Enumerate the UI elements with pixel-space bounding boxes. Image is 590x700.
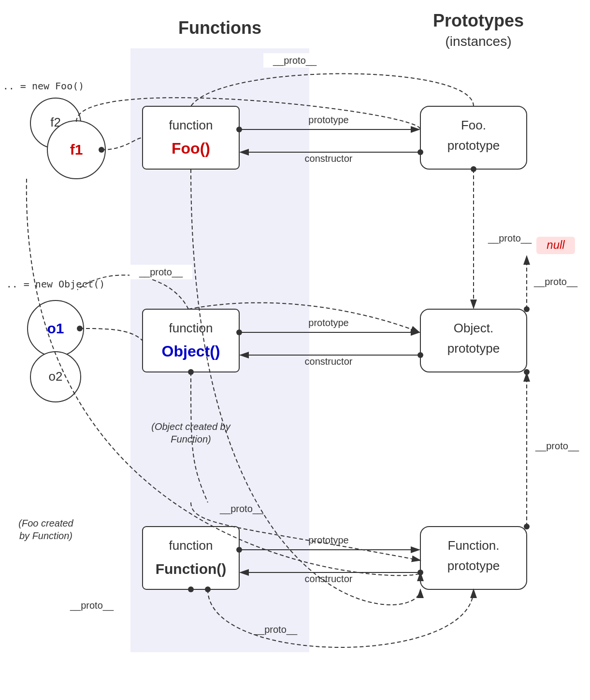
- function-prototype-label1: Function.: [448, 538, 500, 553]
- function-object-label2: Object(): [162, 343, 220, 360]
- function-prototype-label2: prototype: [447, 558, 500, 573]
- instances-subtitle: (instances): [446, 34, 512, 49]
- object-prototype-label1: Object.: [454, 321, 493, 335]
- function-foo-label1: function: [169, 118, 213, 132]
- function-function-box: [143, 527, 239, 589]
- foo-created-annotation1: (Foo created: [18, 518, 73, 529]
- new-foo-annotation: .. = new Foo(): [3, 80, 85, 92]
- proto-bottom-func-label: __proto__: [253, 624, 298, 635]
- func-func-proto-dot: [188, 586, 194, 592]
- constructor-label-obj: constructor: [305, 356, 353, 367]
- new-object-annotation: .. = new Object(): [6, 278, 105, 290]
- prototype-label-foo: prototype: [308, 114, 348, 125]
- function-prototype-box: [420, 527, 527, 589]
- proto-null-label: __proto__: [533, 276, 578, 287]
- function-object-label1: function: [169, 321, 213, 335]
- foo-prototype-label2: prototype: [447, 138, 500, 153]
- function-function-label2: Function(): [156, 561, 227, 577]
- proto-o1-label: __proto__: [139, 267, 183, 278]
- function-foo-label2: Foo(): [172, 140, 210, 157]
- f1-label: f1: [70, 142, 83, 157]
- object-prototype-box: [420, 309, 527, 372]
- function-foo-box: [143, 106, 239, 169]
- proto-bottom-label: __proto__: [70, 600, 114, 611]
- null-label: null: [547, 238, 565, 251]
- object-created-annotation2: Function): [171, 434, 211, 444]
- foo-prototype-label1: Foo.: [461, 118, 486, 132]
- foo-created-annotation2: by Function): [19, 530, 72, 541]
- proto-top-label: __proto__: [273, 55, 317, 66]
- function-function-label1: function: [169, 538, 213, 553]
- function-object-box: [143, 309, 239, 372]
- constructor-label-foo: constructor: [305, 153, 353, 164]
- prototypes-title: Prototypes: [433, 11, 524, 30]
- functions-title: Functions: [178, 18, 261, 38]
- object-prototype-label2: prototype: [447, 341, 500, 356]
- o2-label: o2: [49, 369, 63, 384]
- proto-func-obj-label: __proto__: [219, 503, 264, 514]
- o1-label: o1: [47, 320, 64, 336]
- proto-label-foo-to-obj: __proto__: [488, 233, 532, 244]
- constructor-label-func: constructor: [305, 573, 353, 584]
- foo-prototype-box: [420, 106, 527, 169]
- prototype-label-func: prototype: [308, 535, 348, 545]
- proto-obj-to-func-label: __proto__: [535, 441, 579, 452]
- prototype-label-obj: prototype: [308, 317, 348, 328]
